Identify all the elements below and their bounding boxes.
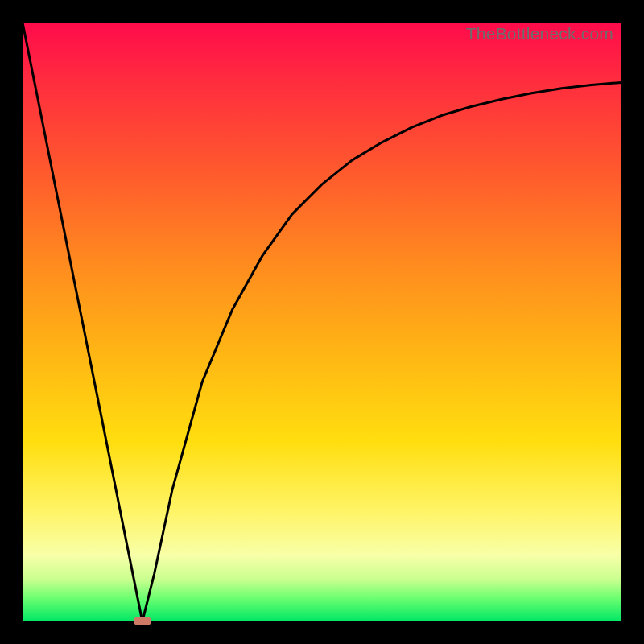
optimum-marker bbox=[134, 617, 151, 625]
watermark-text: TheBottleneck.com bbox=[466, 24, 613, 43]
chart-frame: TheBottleneck.com bbox=[23, 23, 621, 621]
bottleneck-curve bbox=[23, 23, 621, 621]
